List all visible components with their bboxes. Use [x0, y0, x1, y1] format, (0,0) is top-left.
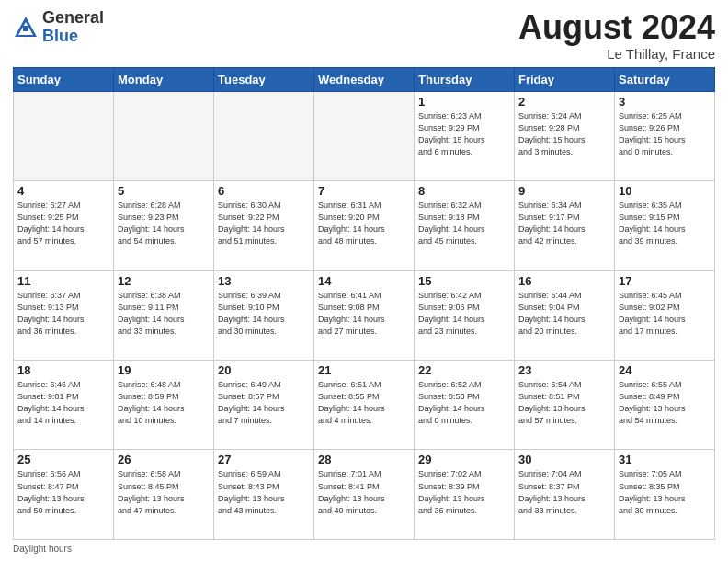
- col-monday: Monday: [114, 67, 214, 91]
- calendar-cell: 28Sunrise: 7:01 AM Sunset: 8:41 PM Dayli…: [314, 450, 415, 540]
- calendar-cell: 3Sunrise: 6:25 AM Sunset: 9:26 PM Daylig…: [615, 91, 715, 180]
- day-number: 26: [118, 453, 210, 466]
- day-number: 15: [418, 274, 510, 288]
- day-info: Sunrise: 6:24 AM Sunset: 9:28 PM Dayligh…: [518, 110, 610, 158]
- day-info: Sunrise: 7:01 AM Sunset: 8:41 PM Dayligh…: [318, 468, 410, 516]
- logo-blue: Blue: [42, 27, 78, 45]
- day-info: Sunrise: 7:04 AM Sunset: 8:37 PM Dayligh…: [518, 468, 610, 516]
- calendar-cell: 11Sunrise: 6:37 AM Sunset: 9:13 PM Dayli…: [14, 270, 114, 360]
- calendar-cell: 31Sunrise: 7:05 AM Sunset: 8:35 PM Dayli…: [615, 450, 715, 540]
- day-info: Sunrise: 6:31 AM Sunset: 9:20 PM Dayligh…: [318, 200, 410, 247]
- calendar-cell: 23Sunrise: 6:54 AM Sunset: 8:51 PM Dayli…: [515, 361, 615, 450]
- calendar-cell: 12Sunrise: 6:38 AM Sunset: 9:11 PM Dayli…: [114, 270, 214, 360]
- calendar-cell: 18Sunrise: 6:46 AM Sunset: 9:01 PM Dayli…: [14, 361, 114, 450]
- footer: Daylight hours: [13, 544, 715, 554]
- page: General Blue August 2024 Le Thillay, Fra…: [0, 0, 728, 563]
- footer-label: Daylight hours: [13, 544, 72, 554]
- day-info: Sunrise: 6:48 AM Sunset: 8:59 PM Dayligh…: [118, 379, 210, 427]
- calendar-cell: 26Sunrise: 6:58 AM Sunset: 8:45 PM Dayli…: [114, 450, 214, 540]
- calendar-cell: [214, 91, 314, 180]
- calendar-cell: 7Sunrise: 6:31 AM Sunset: 9:20 PM Daylig…: [314, 181, 415, 270]
- calendar-table: Sunday Monday Tuesday Wednesday Thursday…: [13, 67, 715, 540]
- day-info: Sunrise: 6:28 AM Sunset: 9:23 PM Dayligh…: [118, 200, 210, 247]
- day-info: Sunrise: 6:56 AM Sunset: 8:47 PM Dayligh…: [17, 468, 109, 516]
- col-thursday: Thursday: [415, 67, 515, 91]
- day-info: Sunrise: 6:46 AM Sunset: 9:01 PM Dayligh…: [17, 379, 109, 427]
- day-number: 10: [619, 184, 711, 198]
- calendar-cell: 29Sunrise: 7:02 AM Sunset: 8:39 PM Dayli…: [415, 450, 515, 540]
- day-number: 28: [318, 453, 410, 466]
- calendar-cell: 30Sunrise: 7:04 AM Sunset: 8:37 PM Dayli…: [515, 450, 615, 540]
- calendar-cell: 16Sunrise: 6:44 AM Sunset: 9:04 PM Dayli…: [515, 270, 615, 360]
- day-info: Sunrise: 6:44 AM Sunset: 9:04 PM Dayligh…: [518, 290, 610, 338]
- calendar-week-4: 18Sunrise: 6:46 AM Sunset: 9:01 PM Dayli…: [14, 361, 715, 450]
- day-number: 3: [619, 95, 711, 109]
- calendar-cell: [314, 91, 415, 180]
- day-number: 1: [418, 95, 510, 109]
- calendar-cell: 2Sunrise: 6:24 AM Sunset: 9:28 PM Daylig…: [515, 91, 615, 180]
- calendar-cell: 1Sunrise: 6:23 AM Sunset: 9:29 PM Daylig…: [415, 91, 515, 180]
- day-number: 27: [218, 453, 310, 466]
- day-number: 31: [619, 453, 711, 466]
- calendar-header-row: Sunday Monday Tuesday Wednesday Thursday…: [14, 67, 715, 91]
- calendar-cell: 22Sunrise: 6:52 AM Sunset: 8:53 PM Dayli…: [415, 361, 515, 450]
- day-info: Sunrise: 6:32 AM Sunset: 9:18 PM Dayligh…: [418, 200, 510, 247]
- day-number: 29: [418, 453, 510, 466]
- calendar-cell: 14Sunrise: 6:41 AM Sunset: 9:08 PM Dayli…: [314, 270, 415, 360]
- calendar-cell: 10Sunrise: 6:35 AM Sunset: 9:15 PM Dayli…: [615, 181, 715, 270]
- day-number: 2: [518, 95, 610, 109]
- day-number: 25: [17, 453, 109, 466]
- day-info: Sunrise: 6:35 AM Sunset: 9:15 PM Dayligh…: [619, 200, 711, 247]
- day-number: 21: [318, 363, 410, 377]
- day-number: 20: [218, 363, 310, 377]
- col-tuesday: Tuesday: [214, 67, 314, 91]
- title-block: August 2024 Le Thillay, France: [518, 9, 715, 62]
- day-info: Sunrise: 6:42 AM Sunset: 9:06 PM Dayligh…: [418, 290, 510, 338]
- day-info: Sunrise: 6:55 AM Sunset: 8:49 PM Dayligh…: [619, 379, 711, 427]
- header: General Blue August 2024 Le Thillay, Fra…: [13, 9, 715, 62]
- calendar-cell: [114, 91, 214, 180]
- day-info: Sunrise: 7:05 AM Sunset: 8:35 PM Dayligh…: [619, 468, 711, 516]
- day-info: Sunrise: 6:49 AM Sunset: 8:57 PM Dayligh…: [218, 379, 310, 427]
- logo-text: General Blue: [42, 9, 104, 46]
- day-number: 23: [518, 363, 610, 377]
- logo-icon: [13, 15, 39, 40]
- day-number: 19: [118, 363, 210, 377]
- day-info: Sunrise: 6:59 AM Sunset: 8:43 PM Dayligh…: [218, 468, 310, 516]
- day-number: 14: [318, 274, 410, 288]
- col-friday: Friday: [515, 67, 615, 91]
- day-number: 30: [518, 453, 610, 466]
- calendar-cell: 5Sunrise: 6:28 AM Sunset: 9:23 PM Daylig…: [114, 181, 214, 270]
- calendar-cell: 24Sunrise: 6:55 AM Sunset: 8:49 PM Dayli…: [615, 361, 715, 450]
- location: Le Thillay, France: [518, 46, 715, 62]
- month-title: August 2024: [518, 9, 715, 46]
- col-saturday: Saturday: [615, 67, 715, 91]
- day-info: Sunrise: 6:51 AM Sunset: 8:55 PM Dayligh…: [318, 379, 410, 427]
- day-number: 12: [118, 274, 210, 288]
- day-number: 8: [418, 184, 510, 198]
- day-number: 6: [218, 184, 310, 198]
- calendar-cell: 17Sunrise: 6:45 AM Sunset: 9:02 PM Dayli…: [615, 270, 715, 360]
- calendar-week-5: 25Sunrise: 6:56 AM Sunset: 8:47 PM Dayli…: [14, 450, 715, 540]
- day-number: 9: [518, 184, 610, 198]
- day-number: 22: [418, 363, 510, 377]
- day-info: Sunrise: 6:41 AM Sunset: 9:08 PM Dayligh…: [318, 290, 410, 338]
- day-number: 7: [318, 184, 410, 198]
- calendar-cell: 25Sunrise: 6:56 AM Sunset: 8:47 PM Dayli…: [14, 450, 114, 540]
- calendar-cell: 8Sunrise: 6:32 AM Sunset: 9:18 PM Daylig…: [415, 181, 515, 270]
- day-number: 24: [619, 363, 711, 377]
- day-number: 5: [118, 184, 210, 198]
- calendar-cell: 21Sunrise: 6:51 AM Sunset: 8:55 PM Dayli…: [314, 361, 415, 450]
- day-number: 4: [17, 184, 109, 198]
- day-info: Sunrise: 6:52 AM Sunset: 8:53 PM Dayligh…: [418, 379, 510, 427]
- calendar-cell: 20Sunrise: 6:49 AM Sunset: 8:57 PM Dayli…: [214, 361, 314, 450]
- col-wednesday: Wednesday: [314, 67, 415, 91]
- calendar-cell: [14, 91, 114, 180]
- day-info: Sunrise: 6:45 AM Sunset: 9:02 PM Dayligh…: [619, 290, 711, 338]
- day-info: Sunrise: 6:39 AM Sunset: 9:10 PM Dayligh…: [218, 290, 310, 338]
- calendar-cell: 13Sunrise: 6:39 AM Sunset: 9:10 PM Dayli…: [214, 270, 314, 360]
- day-number: 13: [218, 274, 310, 288]
- day-info: Sunrise: 6:54 AM Sunset: 8:51 PM Dayligh…: [518, 379, 610, 427]
- col-sunday: Sunday: [14, 67, 114, 91]
- day-info: Sunrise: 6:34 AM Sunset: 9:17 PM Dayligh…: [518, 200, 610, 247]
